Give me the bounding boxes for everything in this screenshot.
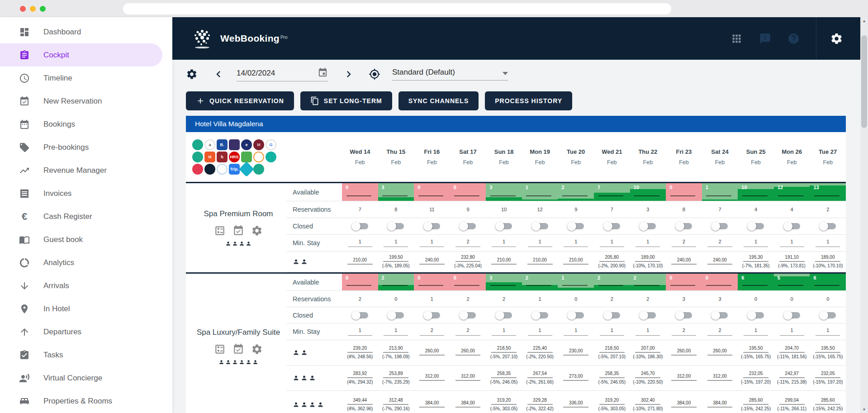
price-cell[interactable]: 195,50(-15%, 165.75) (738, 340, 774, 366)
rate-plan-select[interactable]: Standard (Default) (392, 68, 508, 81)
feedback-button[interactable] (759, 33, 771, 45)
process-history-button[interactable]: PROCESS HISTORY (485, 91, 572, 110)
closed-toggle[interactable] (531, 222, 549, 231)
closed-toggle[interactable] (603, 311, 621, 320)
min-stay-input[interactable]: 1 (414, 235, 450, 252)
price-cell[interactable]: 245,70(-10%, 220.50) (630, 366, 666, 391)
min-stay-input[interactable]: 1 (594, 323, 630, 340)
price-cell[interactable]: 240,00 (702, 252, 738, 272)
closed-toggle[interactable] (675, 311, 693, 320)
available-cell[interactable]: 0 (702, 274, 738, 291)
price-cell[interactable]: 253,89(-7%, 235.29) (378, 366, 414, 391)
price-cell[interactable]: 384,00 (702, 391, 738, 413)
brand-logo[interactable]: WebBookingPro (190, 17, 288, 60)
price-cell[interactable]: 384,00 (450, 391, 486, 413)
price-cell[interactable]: 260,00 (414, 340, 450, 366)
available-cell[interactable]: 7 (594, 183, 630, 201)
price-cell[interactable]: 312,00 (702, 366, 738, 391)
min-stay-input[interactable]: 2 (666, 323, 702, 340)
price-cell[interactable]: 240,00 (414, 252, 450, 272)
price-cell[interactable]: 232,80(-3%, 225.04) (450, 252, 486, 272)
closed-toggle[interactable] (783, 311, 801, 320)
sidebar-item-properties-rooms[interactable]: Properties & Rooms (0, 389, 172, 413)
min-stay-input[interactable]: 2 (666, 235, 702, 252)
price-cell[interactable]: 312,00 (450, 366, 486, 391)
window-close-button[interactable] (20, 6, 26, 12)
available-cell[interactable]: 0 (666, 183, 702, 201)
price-cell[interactable]: 258,35(-5%, 246.05) (486, 366, 522, 391)
price-cell[interactable]: 230,00 (558, 340, 594, 366)
set-long-term-button[interactable]: SET LONG-TERM (300, 91, 392, 110)
room-settings-button[interactable] (251, 225, 263, 237)
min-stay-input[interactable]: 2 (702, 323, 738, 340)
price-cell[interactable]: 273,00 (558, 366, 594, 391)
price-cell[interactable]: 191,10(-9%, 173.81) (774, 252, 810, 272)
min-stay-input[interactable]: 1 (630, 323, 666, 340)
sidebar-item-cash-register[interactable]: €Cash Register (0, 205, 172, 228)
quick-reservation-button[interactable]: QUICK RESERVATION (186, 91, 294, 110)
closed-toggle[interactable] (387, 222, 404, 231)
available-cell[interactable]: 13 (810, 183, 846, 201)
min-stay-input[interactable]: 1 (630, 235, 666, 252)
closed-toggle[interactable] (495, 311, 512, 320)
closed-toggle[interactable] (351, 222, 369, 231)
price-cell[interactable]: 283,92(4%, 294.32) (342, 366, 378, 391)
closed-toggle[interactable] (747, 311, 764, 320)
price-cell[interactable]: 210,00 (522, 252, 558, 272)
date-input[interactable]: 14/02/2024 (237, 69, 318, 78)
available-cell[interactable]: 6 (810, 274, 846, 291)
available-cell[interactable]: 6 (738, 274, 774, 291)
price-cell[interactable]: 260,00 (702, 340, 738, 366)
window-zoom-button[interactable] (40, 6, 46, 12)
closed-toggle[interactable] (351, 311, 369, 320)
min-stay-input[interactable]: 1 (342, 235, 378, 252)
available-cell[interactable]: 0 (414, 183, 450, 201)
min-stay-input[interactable]: 1 (594, 235, 630, 252)
price-cell[interactable]: 349,44(4%, 362.96) (342, 391, 378, 413)
closed-toggle[interactable] (567, 311, 584, 320)
price-cell[interactable]: 319,20(-5%, 303.05) (486, 391, 522, 413)
available-cell[interactable]: 10 (630, 183, 666, 201)
closed-toggle[interactable] (747, 222, 764, 231)
scroll-down-icon[interactable]: ▼ (860, 406, 868, 413)
scrollbar-thumb[interactable] (861, 35, 867, 128)
price-cell[interactable]: 218,50(-5%, 207.10) (486, 340, 522, 366)
available-cell[interactable]: 2 (522, 274, 558, 291)
price-cell[interactable]: 299,04(-11%, 266.11) (774, 391, 810, 413)
price-cell[interactable]: 218,50(-5%, 207.10) (594, 340, 630, 366)
cockpit-settings-icon[interactable] (186, 68, 198, 80)
price-cell[interactable]: 329,28(-2%, 322.42) (522, 391, 558, 413)
min-stay-input[interactable]: 1 (558, 235, 594, 252)
min-stay-input[interactable]: 1 (486, 235, 522, 252)
sidebar-item-tasks[interactable]: Tasks (0, 343, 172, 366)
sidebar-item-invoices[interactable]: Invoices (0, 182, 172, 205)
browser-url-bar[interactable] (123, 3, 671, 14)
min-stay-input[interactable]: 1 (378, 235, 414, 252)
settings-button[interactable] (830, 32, 843, 45)
closed-toggle[interactable] (567, 222, 584, 231)
closed-toggle[interactable] (639, 311, 656, 320)
sidebar-item-revenue-manager[interactable]: Revenue Manager (0, 159, 172, 182)
sidebar-item-in-hotel[interactable]: In Hotel (0, 297, 172, 320)
min-stay-input[interactable]: 1 (378, 323, 414, 340)
price-cell[interactable]: 189,00(-10%, 170.10) (810, 252, 846, 272)
closed-toggle[interactable] (531, 311, 549, 320)
price-cell[interactable]: 384,00 (414, 391, 450, 413)
available-cell[interactable]: 0 (342, 183, 378, 201)
room-rates-button[interactable] (214, 225, 226, 237)
sidebar-item-arrivals[interactable]: Arrivals (0, 274, 172, 297)
help-button[interactable] (787, 33, 800, 45)
window-minimize-button[interactable] (30, 6, 36, 12)
closed-toggle[interactable] (459, 311, 476, 320)
price-cell[interactable]: 232,05(-15%, 197.20) (738, 366, 774, 391)
available-cell[interactable]: 2 (558, 183, 594, 201)
available-cell[interactable]: 1 (702, 183, 738, 201)
available-cell[interactable]: 2 (378, 274, 414, 291)
min-stay-input[interactable]: 1 (558, 323, 594, 340)
available-cell[interactable]: 12 (774, 183, 810, 201)
apps-button[interactable] (730, 33, 743, 45)
price-cell[interactable]: 285,60(-15%, 242.25) (738, 391, 774, 413)
price-cell[interactable]: 232,05(-15%, 197.20) (810, 366, 846, 391)
sidebar-item-new-reservation[interactable]: New Reservation (0, 90, 172, 113)
price-cell[interactable]: 384,00 (666, 391, 702, 413)
